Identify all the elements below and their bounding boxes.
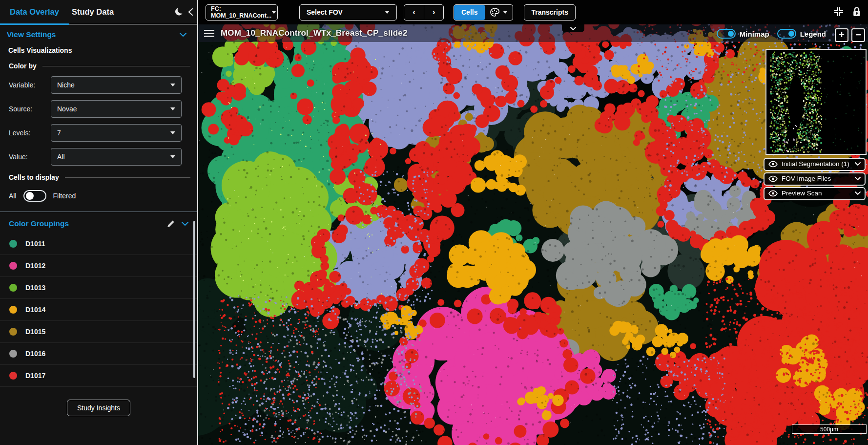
view-settings-chevron-icon[interactable] bbox=[180, 30, 186, 39]
minimap-toggle[interactable] bbox=[717, 29, 736, 39]
list-item-d1015[interactable]: D1015 bbox=[0, 321, 197, 343]
chevron-down-icon bbox=[271, 11, 276, 14]
transcripts-button[interactable]: Transcripts bbox=[524, 4, 575, 21]
prev-fov-button[interactable]: ‹ bbox=[404, 5, 424, 20]
chevron-down-icon bbox=[385, 11, 390, 14]
hamburger-menu-icon[interactable] bbox=[204, 30, 214, 37]
transcripts-label: Transcripts bbox=[531, 8, 568, 16]
palette-icon bbox=[490, 7, 499, 17]
chevron-down-icon[interactable] bbox=[855, 191, 861, 195]
color-dot bbox=[9, 240, 17, 248]
compress-view-icon[interactable] bbox=[834, 7, 844, 18]
cells-palette-group: Cells bbox=[454, 4, 513, 21]
dark-mode-moon-icon[interactable] bbox=[174, 7, 184, 17]
legend-toggle[interactable] bbox=[777, 29, 796, 39]
list-item-d1016[interactable]: D1016 bbox=[0, 343, 197, 365]
sidebar-scrollbar[interactable] bbox=[193, 221, 195, 378]
layer-fov-image-files[interactable]: FOV Image Files bbox=[764, 172, 866, 186]
color-dot bbox=[9, 372, 17, 380]
grouping-label: D1011 bbox=[25, 240, 45, 248]
toggle-all-label: All bbox=[9, 192, 17, 200]
cells-visualizations-title: Cells Visualizations bbox=[7, 46, 190, 54]
layer-label: FOV Image Files bbox=[782, 175, 851, 183]
color-groupings-header: Color Groupings bbox=[0, 212, 197, 233]
chevron-down-icon[interactable] bbox=[855, 177, 861, 181]
chevron-down-icon[interactable] bbox=[855, 162, 861, 166]
tab-data-overlay[interactable]: Data Overlay bbox=[10, 7, 59, 17]
color-groupings-chevron-icon[interactable] bbox=[182, 222, 188, 226]
variable-select[interactable]: Niche bbox=[51, 76, 182, 94]
minimap-canvas[interactable] bbox=[766, 50, 866, 154]
tab-study-data[interactable]: Study Data bbox=[72, 7, 114, 17]
list-item-d1014[interactable]: D1014 bbox=[0, 299, 197, 321]
toggle-knob bbox=[728, 31, 734, 37]
eye-icon bbox=[768, 175, 778, 182]
legend-toggle-item: Legend bbox=[777, 29, 826, 39]
eye-icon bbox=[768, 161, 778, 168]
scale-bar: 500μm bbox=[792, 424, 867, 434]
grouping-label: D1017 bbox=[25, 372, 45, 380]
zoom-out-button[interactable]: − bbox=[851, 28, 865, 42]
grouping-label: D1013 bbox=[25, 284, 45, 292]
flow-cell-dropdown[interactable]: FC: MOM_10_RNACont... bbox=[206, 4, 278, 21]
cells-to-display-label: Cells to display bbox=[9, 173, 59, 181]
source-value: Novae bbox=[57, 105, 170, 113]
view-settings-title: View Settings bbox=[7, 30, 56, 39]
color-groupings-list: D1011 D1012 D1013 D1014 D1015 D1016 D101… bbox=[0, 233, 197, 387]
legend-toggle-label: Legend bbox=[800, 30, 826, 38]
active-tab-underline bbox=[0, 23, 69, 25]
divider bbox=[42, 66, 190, 66]
view-settings-pane: View Settings Cells Visualizations Color… bbox=[0, 24, 197, 212]
next-fov-button[interactable]: › bbox=[424, 5, 443, 20]
sidebar: Data Overlay Study Data View Settings Ce… bbox=[0, 0, 197, 445]
edit-pencil-icon[interactable] bbox=[167, 220, 175, 228]
value-select[interactable]: All bbox=[51, 148, 182, 166]
field-row-variable: Variable: Niche bbox=[7, 76, 190, 94]
toggle-knob bbox=[26, 192, 34, 200]
color-dot bbox=[9, 350, 17, 358]
cells-button[interactable]: Cells bbox=[454, 5, 485, 20]
flow-cell-dropdown-value: FC: MOM_10_RNACont... bbox=[211, 5, 271, 19]
view-settings-header[interactable]: View Settings bbox=[7, 30, 190, 39]
variable-label: Variable: bbox=[7, 81, 51, 89]
list-item-d1012[interactable]: D1012 bbox=[0, 255, 197, 277]
view-toggles: Minimap Legend bbox=[717, 29, 826, 39]
layer-initial-segmentation[interactable]: Initial Segmentation (1) bbox=[764, 158, 866, 171]
color-groupings-title: Color Groupings bbox=[9, 219, 160, 228]
source-label: Source: bbox=[7, 105, 51, 113]
collapse-toolbar-notch[interactable] bbox=[562, 24, 584, 32]
collapse-sidebar-chevron-left-icon[interactable] bbox=[187, 7, 194, 17]
list-item-d1017[interactable]: D1017 bbox=[0, 365, 197, 387]
top-toolbar: FC: MOM_10_RNACont... Select FOV ‹ › Cel… bbox=[198, 0, 868, 24]
toggle-knob bbox=[788, 31, 794, 37]
variable-value: Niche bbox=[57, 81, 170, 89]
grouping-label: D1015 bbox=[25, 328, 45, 336]
all-filtered-toggle[interactable] bbox=[23, 190, 46, 202]
cells-color-palette-button[interactable] bbox=[485, 5, 513, 20]
color-by-section: Color by bbox=[7, 62, 190, 70]
layers-panel: Initial Segmentation (1) FOV Image Files… bbox=[764, 158, 866, 200]
study-insights-button[interactable]: Study Insights bbox=[67, 400, 130, 416]
levels-label: Levels: bbox=[7, 129, 51, 137]
chevron-down-icon bbox=[170, 84, 175, 86]
levels-select[interactable]: 7 bbox=[51, 124, 182, 142]
sidebar-tabs: Data Overlay Study Data bbox=[0, 0, 197, 24]
lock-icon[interactable] bbox=[852, 6, 862, 19]
list-item-d1011[interactable]: D1011 bbox=[0, 233, 197, 255]
source-select[interactable]: Novae bbox=[51, 100, 182, 118]
chevron-down-icon bbox=[170, 155, 175, 158]
value-value: All bbox=[57, 153, 170, 161]
select-fov-dropdown[interactable]: Select FOV bbox=[299, 4, 397, 21]
layer-preview-scan[interactable]: Preview Scan bbox=[764, 187, 866, 200]
color-dot bbox=[9, 306, 17, 314]
minimap-toggle-item: Minimap bbox=[717, 29, 769, 39]
value-label: Value: bbox=[7, 153, 51, 161]
select-fov-value: Select FOV bbox=[307, 8, 343, 16]
minimap[interactable] bbox=[765, 49, 867, 155]
slide-title: MOM_10_RNAControl_WTx_Breast_CP_slide2 bbox=[221, 28, 408, 38]
grouping-label: D1014 bbox=[25, 306, 45, 314]
list-item-d1013[interactable]: D1013 bbox=[0, 277, 197, 299]
chevron-down-icon bbox=[170, 107, 175, 110]
zoom-in-button[interactable]: + bbox=[835, 28, 848, 42]
chevron-down-icon bbox=[570, 27, 576, 30]
